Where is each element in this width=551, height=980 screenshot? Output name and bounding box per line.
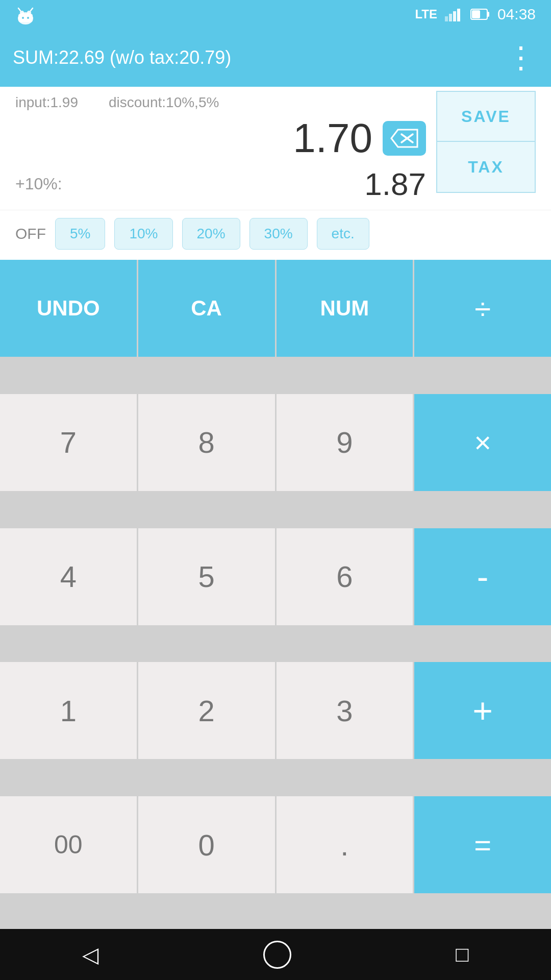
add-button[interactable]: + <box>414 662 551 759</box>
backspace-icon <box>390 129 418 148</box>
bottom-navigation: ◁ □ <box>0 929 551 980</box>
back-nav-button[interactable]: ◁ <box>82 942 98 967</box>
tax-calculated-value: 1.87 <box>364 166 426 202</box>
input-label: input:1.99 <box>15 94 78 111</box>
menu-button[interactable]: ⋮ <box>506 43 536 72</box>
key-0[interactable]: 0 <box>138 796 275 893</box>
signal-icon <box>445 7 463 21</box>
recents-nav-button[interactable]: □ <box>456 942 468 967</box>
discount-etc-button[interactable]: etc. <box>317 218 369 250</box>
key-7[interactable]: 7 <box>0 394 137 491</box>
discount-row: OFF 5% 10% 20% 30% etc. <box>0 210 551 260</box>
calculator-grid: UNDO CA NUM ÷ 7 8 9 × 4 5 6 - 1 2 3 + 00… <box>0 260 551 929</box>
svg-point-6 <box>22 17 24 19</box>
status-icons: LTE 04:38 <box>415 6 536 23</box>
battery-icon <box>470 7 490 21</box>
discount-10-button[interactable]: 10% <box>114 218 172 250</box>
svg-rect-14 <box>472 10 480 18</box>
save-tax-buttons: SAVE TAX <box>436 91 536 193</box>
discount-30-button[interactable]: 30% <box>249 218 308 250</box>
tax-button[interactable]: TAX <box>436 142 536 193</box>
subtract-button[interactable]: - <box>414 528 551 625</box>
svg-line-4 <box>18 8 20 11</box>
svg-rect-11 <box>457 9 460 21</box>
svg-line-5 <box>31 8 33 11</box>
key-decimal[interactable]: . <box>277 796 413 893</box>
backspace-button[interactable] <box>383 121 426 156</box>
tax-percent-label: +10%: <box>15 175 62 193</box>
android-icon <box>15 4 36 24</box>
key-5[interactable]: 5 <box>138 528 275 625</box>
svg-rect-8 <box>445 16 448 21</box>
svg-rect-10 <box>453 11 456 21</box>
discount-5-button[interactable]: 5% <box>55 218 105 250</box>
app-bar: SUM:22.69 (w/o tax:20.79) ⋮ <box>0 28 551 87</box>
time-display: 04:38 <box>497 6 536 23</box>
main-display-value: 1.70 <box>15 115 372 162</box>
divide-button[interactable]: ÷ <box>414 260 551 357</box>
equals-button[interactable]: = <box>414 796 551 893</box>
key-2[interactable]: 2 <box>138 662 275 759</box>
key-3[interactable]: 3 <box>277 662 413 759</box>
key-4[interactable]: 4 <box>0 528 137 625</box>
off-label: OFF <box>15 225 46 242</box>
svg-rect-9 <box>449 14 452 21</box>
key-00[interactable]: 00 <box>0 796 137 893</box>
android-icon-area <box>15 4 36 24</box>
status-bar: LTE 04:38 <box>0 0 551 28</box>
discount-20-button[interactable]: 20% <box>182 218 240 250</box>
svg-point-7 <box>27 17 29 19</box>
lte-indicator: LTE <box>415 7 437 21</box>
discount-label: discount:10%,5% <box>109 94 219 111</box>
ca-button[interactable]: CA <box>138 260 275 357</box>
key-6[interactable]: 6 <box>277 528 413 625</box>
key-8[interactable]: 8 <box>138 394 275 491</box>
svg-rect-3 <box>18 14 33 22</box>
home-nav-button[interactable] <box>263 941 291 969</box>
display-section: input:1.99 discount:10%,5% 1.70 SAVE TAX… <box>0 87 551 210</box>
svg-marker-15 <box>391 130 417 147</box>
undo-button[interactable]: UNDO <box>0 260 137 357</box>
key-1[interactable]: 1 <box>0 662 137 759</box>
num-button[interactable]: NUM <box>277 260 413 357</box>
svg-rect-13 <box>487 12 489 17</box>
multiply-button[interactable]: × <box>414 394 551 491</box>
app-title: SUM:22.69 (w/o tax:20.79) <box>13 47 231 68</box>
save-button[interactable]: SAVE <box>436 91 536 142</box>
key-9[interactable]: 9 <box>277 394 413 491</box>
